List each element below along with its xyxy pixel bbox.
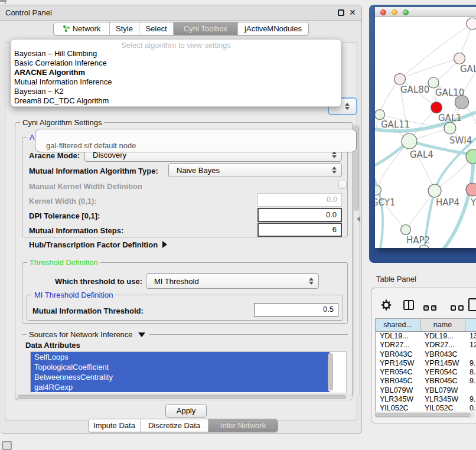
network-window: GAL GAL80 GAL10 GAL11 GAL1 SWI4 GAL4 GCY…	[375, 7, 476, 248]
tab-label: Impute Data	[93, 421, 135, 430]
table-row[interactable]: YDR27...YDR27...12	[376, 341, 476, 350]
settings-hscrollbar[interactable]	[16, 394, 353, 400]
tab-network[interactable]: Network	[54, 22, 110, 35]
scrollbar-thumb[interactable]	[375, 413, 471, 417]
dropdown-item-selected[interactable]: ARACNE Algorithm	[11, 68, 341, 77]
mi-threshold-field[interactable]: 0.5	[254, 303, 338, 317]
kernel-width-field[interactable]: 0.0	[257, 193, 342, 207]
network-edges-highlighted	[375, 112, 476, 248]
dpi-tolerance-field[interactable]: 0.0	[257, 208, 342, 222]
table-row[interactable]: YBR045CYBR045C9.	[376, 377, 476, 386]
tab-label: Discretize Data	[148, 421, 200, 430]
which-threshold-label: Which threshold to use:	[55, 277, 142, 286]
list-item-selected[interactable]: gal4RGexp	[31, 382, 330, 392]
tab-style[interactable]: Style	[110, 22, 139, 35]
network-node-gal11[interactable]	[375, 110, 385, 120]
tab-impute-data[interactable]: Impute Data	[89, 419, 141, 432]
control-panel-window: Control Panel ✕ Network Style Select Cyn…	[0, 5, 362, 434]
data-attributes-list: SelfLoops TopologicalCoefficient Between…	[30, 351, 347, 393]
column-view-icon[interactable]	[403, 300, 414, 310]
float-window-icon[interactable]	[338, 9, 344, 16]
mi-type-label: Mutual Information Algorithm Type:	[29, 167, 158, 175]
tab-discretize-data[interactable]: Discretize Data	[141, 419, 208, 432]
network-node-gal1[interactable]	[444, 122, 456, 134]
tab-infer-network[interactable]: Infer Network	[208, 419, 278, 432]
network-node-gal80[interactable]	[395, 74, 406, 85]
node-label: GAL4	[410, 149, 433, 160]
close-icon[interactable]: ✕	[349, 8, 356, 17]
scrollbar-thumb[interactable]	[18, 395, 346, 399]
column-header[interactable]: shared...	[376, 319, 420, 331]
which-threshold-combo[interactable]: MI Threshold	[146, 273, 319, 289]
tab-jactivemnodules[interactable]: jActiveMNodules	[238, 22, 308, 35]
mi-steps-field[interactable]: 6	[257, 223, 342, 237]
dropdown-item[interactable]: Dream8 DC_TDC Algorithm	[11, 96, 341, 106]
mi-steps-label: Mutual Information Steps:	[29, 226, 123, 235]
list-item-selected[interactable]: BetweennessCentrality	[31, 372, 330, 382]
list-item-selected[interactable]: TopologicalCoefficient	[31, 362, 330, 372]
dropdown-item[interactable]: Basic Correlation Inference	[11, 58, 341, 68]
tab-cyni-toolbox[interactable]: Cyni Toolbox	[174, 22, 238, 35]
network-node-gal10[interactable]	[428, 77, 439, 88]
table-row[interactable]: YER054CYER054C8.	[376, 368, 476, 377]
network-node-selected-red[interactable]	[431, 102, 442, 113]
collapsed-panel-icon[interactable]	[2, 441, 12, 450]
checked-box-icon: ✓	[431, 305, 436, 311]
table-document-icon[interactable]	[468, 298, 476, 311]
scrollbar-thumb[interactable]	[328, 353, 333, 390]
list-item-selected[interactable]: SelfLoops	[31, 352, 330, 362]
combo-spinner-icon	[308, 278, 314, 285]
table-hscrollbar[interactable]	[374, 412, 474, 418]
group-title: Threshold Definition	[27, 258, 100, 267]
group-border	[22, 334, 27, 335]
table-row[interactable]: YIL052CYIL052C0.	[376, 404, 476, 412]
table-row[interactable]: YLR345WYLR345W9.	[376, 395, 476, 404]
apply-button[interactable]: Apply	[165, 404, 207, 418]
column-header[interactable]: name	[420, 319, 465, 331]
network-node-hap4[interactable]	[428, 184, 441, 197]
hub-definition-expander[interactable]: Hub/Transcription Factor Definition	[29, 240, 167, 249]
tab-label: Select	[145, 24, 167, 33]
close-window-icon[interactable]	[380, 9, 386, 15]
network-view-frame: GAL GAL80 GAL10 GAL11 GAL1 SWI4 GAL4 GCY…	[369, 5, 476, 263]
window-edge-artifact	[5, 0, 6, 4]
table-row[interactable]: YBL079WYBL079W	[376, 386, 476, 395]
list-scrollbar[interactable]	[328, 353, 333, 392]
aracne-mode-label: Aracne Mode:	[29, 151, 80, 160]
dropdown-item[interactable]: Mutual Information Inference	[11, 77, 341, 87]
zoom-window-icon[interactable]	[403, 9, 409, 15]
tab-select[interactable]: Select	[139, 22, 174, 35]
group-border	[149, 334, 348, 335]
dpi-tolerance-label: DPI Tolerance [0,1]:	[29, 211, 100, 220]
network-node-salmon[interactable]	[466, 183, 476, 196]
node-label: SWI4	[449, 135, 472, 146]
network-source-combo[interactable]: gal-filtered sif default node	[35, 129, 357, 152]
minimize-window-icon[interactable]	[392, 9, 397, 15]
select-all-checkboxes-icon[interactable]: ✓✓	[423, 304, 439, 312]
settings-vscrollbar[interactable]	[353, 123, 360, 397]
dropdown-prompt: Select algorithm to view settings	[11, 41, 341, 49]
node-label: HAP2	[406, 235, 430, 246]
table-row[interactable]: YDL19...YDL19...13	[376, 332, 476, 341]
deselect-all-checkboxes-icon[interactable]	[451, 304, 466, 312]
panel-splitter-handle[interactable]	[357, 216, 360, 222]
dropdown-item[interactable]: Bayesian – Hill Climbing	[11, 49, 341, 58]
unchecked-box-icon	[451, 305, 456, 311]
table-row[interactable]: YPR145WYPR145W9.	[376, 359, 476, 368]
network-node[interactable]	[466, 149, 476, 164]
dropdown-item[interactable]: Bayesian – K2	[11, 87, 341, 96]
network-node-gal4[interactable]	[402, 133, 417, 149]
gear-icon[interactable]	[381, 299, 392, 311]
sources-expander[interactable]: Sources for Network Inference	[22, 330, 348, 339]
network-canvas[interactable]: GAL GAL80 GAL10 GAL11 GAL1 SWI4 GAL4 GCY…	[375, 17, 476, 248]
network-source-value: gal-filtered sif default node	[46, 141, 136, 150]
manual-kernel-checkbox[interactable]	[338, 181, 347, 189]
network-node[interactable]	[454, 53, 465, 64]
panel-title: Control Panel	[5, 8, 52, 17]
network-node-hap2[interactable]	[401, 225, 411, 235]
table-row[interactable]: YBR043CYBR043C	[376, 350, 476, 359]
mi-type-combo[interactable]: Naive Bayes	[168, 163, 342, 177]
sources-title: Sources for Network Inference	[27, 330, 134, 339]
column-header[interactable]	[465, 319, 476, 331]
network-node[interactable]	[467, 18, 476, 30]
